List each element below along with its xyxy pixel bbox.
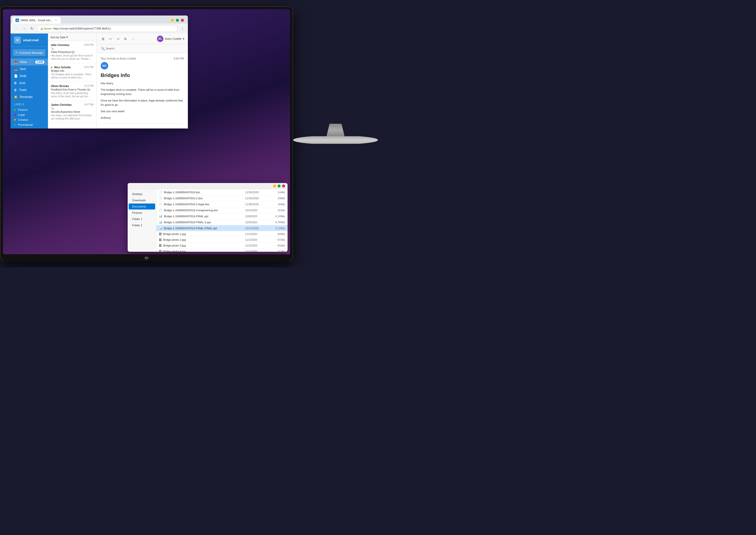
label-promotional[interactable]: Promotional [14, 122, 44, 127]
label-legal[interactable]: Legal [14, 112, 44, 117]
mail-navigation: 📥 Inbox 1,939 📤 Sent [11, 59, 48, 100]
email-divider [101, 124, 184, 124]
attachment-icon-3: 📎 [51, 107, 54, 110]
email-preview-3: Hey team, see attached! Print before our… [51, 114, 94, 120]
file-row[interactable]: 📊 Bridge-1-1606650437616-FINAL.ppt 12/8/… [156, 213, 287, 219]
browser-tab[interactable]: M SMAIL.MAIL - Email info... × [13, 17, 61, 23]
search-icon-btn[interactable]: 🔍 [100, 46, 106, 51]
user-area[interactable]: AC Avery Colette ▾ [157, 36, 184, 42]
tab-label: SMAIL.MAIL - Email info... [20, 19, 53, 22]
email-preview-0: Hey team, we've got the first round of s… [51, 54, 94, 61]
fm-sidebar-documents[interactable]: Documents [129, 204, 155, 210]
fm-window-controls [273, 184, 285, 187]
email-item-0[interactable]: Allie Christine 5:06 PM 📎 Parks Photosho… [48, 41, 96, 63]
browser-menu-button[interactable]: ⋮ [179, 25, 185, 32]
compose-icon: ✏ [15, 51, 18, 54]
file-row[interactable]: 📊 Bridge-1-1606650437616-FINAL-2.ppt 12/… [156, 219, 287, 225]
label-finance[interactable]: Finance [14, 107, 44, 112]
file-size: 4,109kb [268, 213, 288, 219]
email-item-2[interactable]: Oliver Brooks 4:12 PM Feedback from Evan… [48, 82, 96, 101]
email-sender-line: NS [101, 62, 184, 70]
minimize-button[interactable]: − [171, 19, 174, 22]
sidebar-item-junk[interactable]: 🗑 Junk [11, 79, 48, 87]
file-row[interactable]: 🖼 Bridge-photo-1.jpg 11/2/2020 945kb [156, 231, 287, 237]
email-body-line-2: See you next week! [101, 109, 184, 114]
email-3-icons: 📎 [51, 107, 94, 110]
tab-close-btn[interactable]: × [54, 18, 58, 22]
fm-maximize-btn[interactable] [278, 184, 281, 187]
settings-toolbar-button[interactable]: ⚙ [123, 36, 128, 42]
sidebar-item-sent[interactable]: 📤 Sent [11, 66, 48, 72]
delete-toolbar-button[interactable]: 🗑 [100, 36, 106, 42]
label-social[interactable]: Social [14, 127, 44, 128]
creative-dot [14, 119, 16, 121]
mail-logo: ✉ smail.mail [11, 34, 48, 47]
file-type-icon: 📄 [159, 209, 162, 212]
file-name-cell: 📄 Bridge-1-1606650437616-2.doc [156, 195, 243, 201]
redo-toolbar-button[interactable]: ↪ [115, 36, 121, 42]
file-row[interactable]: 📄 Bridge-1-1606650437616-2.doc 11/30/202… [156, 195, 287, 201]
draft-label: Draft [20, 74, 26, 78]
sidebar-item-reminder[interactable]: 🔔 Reminder [11, 94, 48, 100]
email-time-1: 5:01 PM [84, 66, 94, 69]
file-size: 201kb [268, 207, 288, 213]
undo-toolbar-button[interactable]: ↩ [108, 36, 113, 42]
file-date: 12/2/2020 [243, 207, 268, 213]
address-bar[interactable]: 🔒 Secure https://smail.mail/10300/nrgdri… [37, 25, 177, 32]
forward-button[interactable]: → [21, 25, 27, 32]
file-row[interactable]: 🖼 Bridge-photo-4.jpg 11/2/2020 713kb [156, 248, 287, 252]
monitor-stand [293, 124, 378, 144]
file-row[interactable]: 📄 Bridge-1-1606650437616.doc 11/30/2020 … [156, 189, 287, 195]
email-subject-3: Security Awareness Sheet [51, 110, 94, 113]
back-button[interactable]: ← [13, 25, 19, 32]
sidebar-item-draft[interactable]: 📄 Draft [11, 72, 48, 79]
file-size: 144kb [268, 189, 288, 195]
fm-sidebar-folder2[interactable]: Folder 2 [129, 222, 155, 228]
email-list: Sort by Date ▾ Allie Christine 5:06 PM 📎 [48, 34, 97, 128]
file-name-cell: 📊 Bridge-1-1606650437616-FINAL.ppt [156, 213, 243, 219]
more-toolbar-button[interactable]: ⋯ [130, 36, 136, 42]
email-meta: Nico Schultz to Avery Colette 5:06 PM [101, 57, 184, 60]
fm-sidebar-downloads[interactable]: Downloads [129, 197, 155, 203]
file-row[interactable]: 🖼 Bridge-photo-3.jpg 11/2/2020 931kb [156, 243, 287, 248]
file-row[interactable]: 📄 Bridge-1-1606650437616-2-legal.doc 11/… [156, 201, 287, 207]
close-button[interactable]: × [181, 19, 184, 22]
fm-sidebar-desktop[interactable]: Desktop [129, 191, 155, 197]
file-date: 11/30/2020 [243, 195, 268, 201]
file-size: 164kb [268, 201, 288, 207]
reminder-label: Reminder [20, 95, 33, 99]
compose-button[interactable]: ✏ Compose Message [13, 49, 45, 56]
email-sender-1: Nico Schultz [51, 66, 71, 69]
trash-label: Trash [19, 88, 26, 92]
sidebar-item-trash[interactable]: 🗑 Trash [11, 87, 48, 94]
email-subject-0: Parks Photoshoot Q1 [51, 51, 94, 53]
label-creative[interactable]: Creative [14, 117, 44, 122]
mail-list-header: Sort by Date ▾ [48, 34, 96, 41]
email-item-1[interactable]: Nico Schultz 5:01 PM Bridges Info The br… [48, 63, 96, 82]
email-item-3[interactable]: Jaden Christian 3:47 PM 📎 Security Aware… [48, 101, 96, 123]
email-content-pane: 🗑 ↩ ↪ ⚙ ⋯ AC Avery Colette ▾ 🔍 [97, 34, 188, 128]
file-row[interactable]: 📄 Bridge-1-1606650437616-3-engineering.d… [156, 207, 287, 213]
file-row[interactable]: 📊 Bridge-1-1606650437616-FINAL-FINAL.ppt… [156, 225, 287, 231]
sidebar-item-inbox[interactable]: 📥 Inbox 1,939 [11, 59, 48, 66]
sort-chevron-icon: ▾ [67, 36, 68, 39]
promotional-label: Promotional [18, 123, 33, 126]
mail-sidebar: ✉ smail.mail ✏ Compose Message 📥 Inbox [11, 34, 48, 128]
file-size: 945kb [268, 231, 288, 237]
maximize-button[interactable]: □ [176, 19, 179, 22]
file-row[interactable]: 🖼 Bridge-photo-2.jpg 11/2/2020 872kb [156, 237, 287, 243]
user-avatar: AC [157, 36, 163, 42]
email-item-2-header: Oliver Brooks 4:12 PM [51, 85, 94, 88]
file-type-icon: 📄 [159, 190, 162, 194]
attachment-icon-0: 📎 [51, 47, 54, 50]
sent-icon: 📤 [14, 67, 18, 71]
file-name: Bridge-photo-4.jpg [163, 250, 186, 252]
refresh-button[interactable]: ↻ [29, 25, 35, 32]
sort-button[interactable]: Sort by Date ▾ [50, 36, 68, 39]
fm-sidebar-pictures[interactable]: Pictures [129, 210, 155, 216]
fm-sidebar-folder1[interactable]: Folder 1 [129, 216, 155, 222]
file-name: Bridge-1-1606650437616-FINAL-FINAL.ppt [164, 227, 217, 230]
email-body-line-1: Once we have the information in place, l… [101, 99, 184, 107]
fm-close-btn[interactable] [282, 184, 285, 187]
fm-minimize-btn[interactable] [273, 184, 276, 187]
